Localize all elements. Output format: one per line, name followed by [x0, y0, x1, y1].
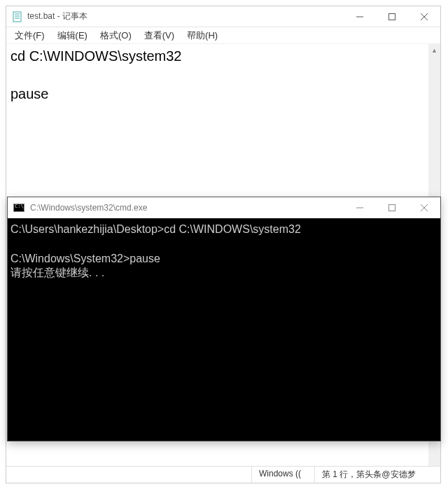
cmd-output[interactable]: C:\Users\hankezhijia\Desktop>cd C:\WINDO… — [8, 218, 440, 441]
notepad-statusbar: Windows (( 第 1 行，第头条@安德梦 — [6, 466, 440, 483]
menu-format[interactable]: 格式(O) — [94, 28, 137, 43]
cmd-window: C:\Windows\system32\cmd.exe C:\Users\han… — [7, 197, 441, 441]
maximize-button[interactable] — [376, 197, 408, 218]
menu-file[interactable]: 文件(F) — [9, 28, 50, 43]
close-button[interactable] — [408, 197, 440, 218]
svg-rect-9 — [389, 205, 396, 211]
cmd-title: C:\Windows\system32\cmd.exe — [30, 203, 147, 213]
notepad-menubar: 文件(F) 编辑(E) 格式(O) 查看(V) 帮助(H) — [6, 27, 440, 44]
svg-rect-5 — [389, 13, 396, 20]
notepad-title: test.bat - 记事本 — [27, 10, 88, 22]
cmd-icon — [13, 204, 24, 212]
minimize-button[interactable] — [344, 6, 376, 27]
menu-view[interactable]: 查看(V) — [139, 28, 180, 43]
status-platform: Windows (( — [251, 467, 314, 483]
status-position: 第 1 行，第头条@安德梦 — [314, 467, 440, 483]
minimize-button[interactable] — [344, 197, 376, 218]
menu-edit[interactable]: 编辑(E) — [52, 28, 93, 43]
close-button[interactable] — [408, 6, 440, 27]
svg-rect-0 — [13, 12, 21, 22]
notepad-icon — [12, 11, 23, 22]
cmd-titlebar[interactable]: C:\Windows\system32\cmd.exe — [8, 197, 440, 218]
scroll-up-icon[interactable]: ▲ — [428, 44, 440, 56]
notepad-titlebar[interactable]: test.bat - 记事本 — [6, 6, 440, 27]
menu-help[interactable]: 帮助(H) — [181, 28, 223, 43]
notepad-text[interactable]: cd C:\WINDOWS\system32 pause — [6, 44, 440, 106]
maximize-button[interactable] — [376, 6, 408, 27]
